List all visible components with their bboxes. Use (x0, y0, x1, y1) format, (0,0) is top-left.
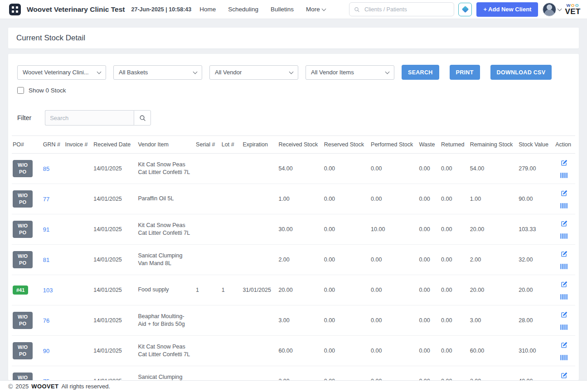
baskets-select-value: All Baskets (119, 69, 148, 76)
expiration-cell (240, 245, 276, 275)
vendor-item-cell: Food supply (135, 275, 193, 305)
reserved-stock-cell: 0.00 (321, 245, 368, 275)
grn-link[interactable]: 85 (43, 165, 49, 172)
table-filter-search-button[interactable] (134, 110, 151, 126)
column-header: Received Stock (276, 136, 321, 154)
barcode-icon[interactable] (560, 233, 568, 239)
user-menu[interactable] (543, 3, 561, 16)
column-header: Vendor Item (135, 136, 193, 154)
waste-cell: 0.00 (416, 305, 438, 336)
barcode-icon[interactable] (560, 264, 568, 269)
returned-cell: 0.00 (438, 154, 467, 184)
po-badge: W/O PO (13, 373, 33, 380)
clinic-select[interactable]: Woovet Veterinary Clini... (17, 65, 106, 80)
grn-link[interactable]: 91 (43, 226, 49, 233)
nav-bulletins-label: Bulletins (271, 6, 294, 13)
nav-home[interactable]: Home (199, 6, 216, 13)
reserved-stock-cell: 0.00 (321, 336, 368, 366)
serial-cell (193, 305, 219, 336)
stock-table-body: W/O PO8514/01/2025Kit Cat Snow Peas Cat … (12, 154, 575, 381)
grn-link[interactable]: 103 (43, 287, 53, 294)
performed-stock-cell: 0.00 (368, 184, 416, 214)
grn-link[interactable]: 76 (43, 317, 49, 324)
invoice-cell (62, 275, 91, 305)
received-date-cell: 14/01/2025 (91, 305, 135, 336)
edit-icon[interactable] (561, 220, 568, 227)
performed-stock-cell: 0.00 (368, 305, 416, 336)
nav-scheduling-label: Scheduling (228, 6, 258, 13)
lot-cell (219, 305, 240, 336)
received-stock-cell: 2.00 (276, 366, 321, 381)
serial-cell: 1 (193, 275, 219, 305)
clients-patients-search-input[interactable] (364, 6, 449, 13)
show-zero-stock-toggle[interactable]: Show 0 Stock (17, 87, 575, 94)
barcode-icon[interactable] (560, 203, 568, 208)
grn-link[interactable]: 81 (43, 256, 49, 263)
column-header: Returned (438, 136, 467, 154)
nav-more[interactable]: More (306, 6, 325, 13)
edit-icon[interactable] (561, 311, 568, 318)
edit-icon[interactable] (561, 342, 568, 348)
table-row: W/O PO9114/01/2025Kit Cat Snow Peas Cat … (12, 214, 575, 245)
waste-cell: 0.00 (416, 336, 438, 366)
vendor-select[interactable]: All Vendor (209, 65, 298, 80)
main-nav: Home Scheduling Bulletins More (199, 6, 325, 13)
action-stack (555, 190, 572, 208)
edit-icon[interactable] (561, 190, 568, 197)
quick-action-button[interactable] (458, 3, 472, 16)
diamond-icon (462, 6, 469, 13)
edit-icon[interactable] (561, 372, 568, 379)
footer-logo: WOOVET (31, 383, 58, 390)
remaining-stock-cell: 60.00 (467, 336, 516, 366)
barcode-icon[interactable] (560, 324, 568, 330)
edit-icon[interactable] (561, 160, 568, 166)
header-datetime: 27-Jun-2025 | 10:58:43 (131, 6, 192, 13)
invoice-cell (62, 214, 91, 245)
column-header: Invoice # (62, 136, 91, 154)
stock-value-cell: 28.00 (516, 305, 553, 336)
table-filter-row: Filter (17, 110, 575, 126)
app-grid-icon[interactable] (9, 4, 21, 15)
stock-value-cell: 20.00 (516, 275, 553, 305)
grn-link[interactable]: 77 (43, 196, 49, 203)
lot-cell: 1 (219, 275, 240, 305)
barcode-icon[interactable] (560, 294, 568, 300)
print-button[interactable]: PRINT (450, 65, 480, 80)
vendor-item-cell: Beaphar Moulting-Aid + for Birds 50g (135, 305, 193, 336)
edit-icon[interactable] (561, 251, 568, 257)
table-filter-input[interactable] (45, 110, 134, 126)
vendor-item-cell: Sanicat Clumping Van Mand 8L (135, 245, 193, 275)
received-date-cell: 14/01/2025 (91, 214, 135, 245)
nav-scheduling[interactable]: Scheduling (228, 6, 258, 13)
expiration-cell (240, 184, 276, 214)
baskets-select[interactable]: All Baskets (113, 65, 202, 80)
search-button[interactable]: SEARCH (402, 65, 439, 80)
stock-detail-card: Woovet Veterinary Clini... All Baskets A… (8, 54, 579, 380)
add-new-client-button[interactable]: + Add New Client (476, 2, 538, 17)
received-date-cell: 14/01/2025 (91, 154, 135, 184)
avatar[interactable] (543, 3, 556, 16)
stock-value-cell: 103.33 (516, 214, 553, 245)
show-zero-stock-checkbox[interactable] (17, 87, 24, 94)
column-header: Action (553, 136, 575, 154)
edit-icon[interactable] (561, 281, 568, 288)
received-stock-cell: 20.00 (276, 275, 321, 305)
grn-link[interactable]: 90 (43, 348, 49, 354)
vendor-items-select[interactable]: All Vendor Items (306, 65, 394, 80)
po-badge: W/O PO (13, 160, 33, 177)
footer-year: 2025 (15, 383, 29, 390)
download-csv-button[interactable]: DOWNLOAD CSV (490, 65, 552, 80)
clients-patients-search[interactable] (349, 2, 454, 16)
reserved-stock-cell: 0.00 (321, 305, 368, 336)
invoice-cell (62, 366, 91, 381)
returned-cell: 0.00 (438, 184, 467, 214)
expiration-cell (240, 336, 276, 366)
nav-bulletins[interactable]: Bulletins (271, 6, 294, 13)
action-stack (555, 342, 572, 360)
performed-stock-cell: 0.00 (368, 366, 416, 381)
barcode-icon[interactable] (560, 355, 568, 360)
table-row: W/O PO8514/01/2025Kit Cat Snow Peas Cat … (12, 154, 575, 184)
vendor-select-value: All Vendor (215, 69, 242, 76)
stock-table-header-row: PO#GRN #Invoice #Received DateVendor Ite… (12, 136, 575, 154)
barcode-icon[interactable] (560, 173, 568, 178)
